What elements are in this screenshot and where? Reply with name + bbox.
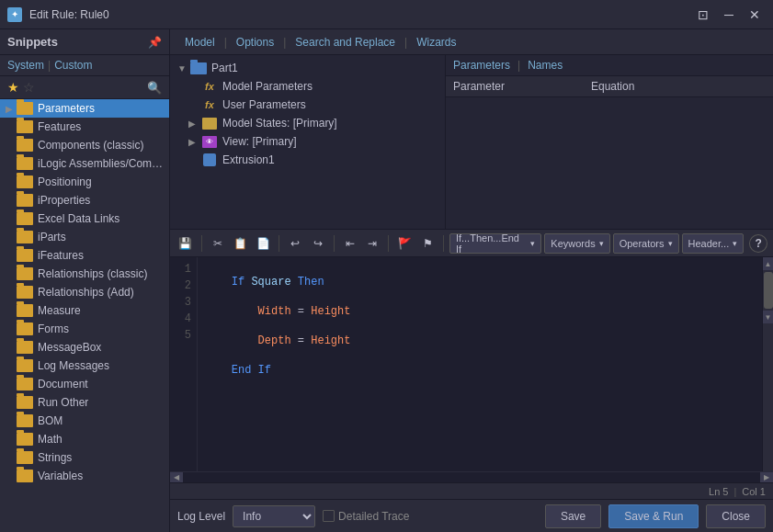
params-panel: Parameters | Names Parameter Equation	[446, 55, 773, 229]
sidebar-item-label: Forms	[38, 323, 69, 335]
star-filled-icon[interactable]: ★	[7, 80, 19, 95]
sidebar-item-label: Measure	[38, 304, 81, 317]
sidebar-item-iproperties[interactable]: iProperties	[0, 191, 169, 209]
scroll-up-button[interactable]: ▲	[763, 257, 774, 270]
tree-item-extrusion[interactable]: Extrusion1	[170, 151, 445, 169]
flag1-button[interactable]: 🚩	[394, 233, 415, 254]
restore-button[interactable]: ⊡	[692, 6, 714, 24]
header-dropdown[interactable]: Header... ▾	[682, 233, 745, 254]
sidebar-item-bom[interactable]: BOM	[0, 412, 169, 430]
sidebar-item-label: Features	[38, 120, 81, 133]
undo-button[interactable]: ↩	[285, 233, 305, 254]
code-line-5	[205, 391, 755, 408]
sidebar-item-label: Run Other	[38, 396, 88, 409]
tree-item-model-states[interactable]: ▶ Model States: [Primary]	[170, 114, 445, 132]
sidebar-item-run-other[interactable]: Run Other	[0, 393, 169, 412]
close-button[interactable]: Close	[706, 504, 766, 528]
star-empty-icon[interactable]: ☆	[23, 80, 35, 95]
tab-wizards[interactable]: Wizards	[409, 32, 463, 52]
indent-decrease-button[interactable]: ⇤	[340, 233, 360, 254]
folder-icon	[17, 304, 33, 317]
operators-dropdown[interactable]: Operators ▾	[613, 233, 679, 254]
sidebar-item-log-messages[interactable]: Log Messages	[0, 357, 169, 375]
sidebar-item-document[interactable]: Document	[0, 375, 169, 393]
sidebar-item-variables[interactable]: Variables	[0, 467, 169, 485]
sidebar-item-label: Document	[38, 378, 88, 391]
tree-item-label: User Parameters	[222, 98, 306, 111]
params-tabs: Parameters | Names	[446, 55, 773, 76]
code-line-3: Depth = Height	[205, 333, 755, 349]
sidebar-item-rel-classic[interactable]: Relationships (classic)	[0, 265, 169, 283]
indent-increase-button[interactable]: ⇥	[363, 233, 383, 254]
sidebar-item-excel[interactable]: Excel Data Links	[0, 209, 169, 228]
folder-icon	[17, 249, 33, 262]
close-button[interactable]: ✕	[744, 6, 766, 24]
pin-icon[interactable]: 📌	[148, 36, 162, 49]
sidebar-list: ▶ Parameters Features Components (classi…	[0, 99, 169, 532]
tree-expand-arrow: ▶	[188, 137, 201, 147]
scroll-left-button[interactable]: ◀	[170, 472, 183, 483]
tab-options[interactable]: Options	[229, 32, 281, 52]
tree-item-view[interactable]: ▶ 👁 View: [Primary]	[170, 132, 445, 151]
folder-icon	[17, 175, 33, 188]
sidebar-item-math[interactable]: Math	[0, 430, 169, 448]
sidebar-item-label: Math	[38, 433, 63, 446]
tree-item-model-params[interactable]: fx Model Parameters	[170, 77, 445, 96]
sidebar-item-ilogic[interactable]: iLogic Assemblies/Comp...	[0, 154, 169, 173]
tree-expand-arrow: ▼	[177, 63, 190, 74]
sidebar-item-components[interactable]: Components (classic)	[0, 136, 169, 154]
sidebar-item-parameters[interactable]: ▶ Parameters	[0, 99, 169, 118]
minimize-button[interactable]: ─	[718, 6, 740, 24]
tree-item-user-params[interactable]: fx User Parameters	[170, 96, 445, 114]
sidebar-item-positioning[interactable]: Positioning	[0, 173, 169, 191]
log-level-select[interactable]: Info Debug Warning Error	[233, 505, 315, 527]
sidebar-toolbar: ★ ☆ 🔍	[0, 76, 169, 99]
folder-icon	[17, 120, 33, 133]
help-button[interactable]: ?	[749, 234, 767, 253]
scrollbar-thumb[interactable]	[764, 272, 773, 309]
sidebar-item-features[interactable]: Features	[0, 118, 169, 136]
tab-search-replace[interactable]: Search and Replace	[288, 32, 403, 52]
sidebar-item-iparts[interactable]: iParts	[0, 228, 169, 246]
expand-arrow: ▶	[6, 104, 17, 114]
params-tab-parameters[interactable]: Parameters	[453, 59, 510, 72]
code-textarea[interactable]: If Square Then Width = Height Depth = He…	[198, 257, 762, 471]
line-number: 1	[170, 261, 197, 277]
line-numbers: 1 2 3 4 5	[170, 257, 198, 471]
title-bar: ✦ Edit Rule: Rule0 ⊡ ─ ✕	[0, 0, 773, 29]
sidebar-item-measure[interactable]: Measure	[0, 301, 169, 320]
save-run-button[interactable]: Save & Run	[608, 504, 699, 528]
detailed-trace-checkbox[interactable]	[323, 510, 335, 522]
if-then-dropdown[interactable]: If...Then...End If ▾	[449, 233, 541, 254]
sidebar-header: Snippets 📌	[0, 29, 169, 55]
keywords-dropdown[interactable]: Keywords ▾	[544, 233, 609, 254]
scroll-down-button[interactable]: ▼	[763, 311, 774, 323]
sidebar-item-rel-add[interactable]: Relationships (Add)	[0, 283, 169, 301]
folder-icon	[17, 396, 33, 409]
fx-icon: fx	[201, 98, 218, 111]
h-scroll-track[interactable]	[183, 472, 760, 483]
code-line-4: End If	[205, 362, 755, 379]
scroll-right-button[interactable]: ▶	[760, 472, 773, 483]
tree-item-part1[interactable]: ▼ Part1	[170, 59, 445, 77]
app-icon: ✦	[7, 7, 22, 22]
sidebar-item-forms[interactable]: Forms	[0, 320, 169, 338]
tab-model[interactable]: Model	[177, 32, 222, 52]
chevron-down-icon: ▾	[599, 239, 604, 248]
paste-button[interactable]: 📄	[253, 233, 273, 254]
sidebar-tab-custom[interactable]: Custom	[54, 59, 92, 72]
editor-toolbar: 💾 ✂ 📋 📄 ↩ ↪ ⇤ ⇥ 🚩 ⚑ If...Then...End If ▾	[170, 230, 773, 257]
redo-button[interactable]: ↪	[308, 233, 328, 254]
sidebar-item-messagebox[interactable]: MessageBox	[0, 338, 169, 357]
cut-button[interactable]: ✂	[208, 233, 228, 254]
sidebar-item-strings[interactable]: Strings	[0, 448, 169, 467]
sidebar-item-ifeatures[interactable]: iFeatures	[0, 246, 169, 265]
params-tab-names[interactable]: Names	[528, 59, 563, 72]
save-button[interactable]: Save	[545, 504, 601, 528]
search-icon[interactable]: 🔍	[147, 81, 162, 95]
copy-button[interactable]: 📋	[231, 233, 251, 254]
folder-icon	[17, 341, 33, 354]
flag2-button[interactable]: ⚑	[417, 233, 438, 254]
save-toolbar-button[interactable]: 💾	[176, 233, 196, 254]
sidebar-tab-system[interactable]: System	[7, 59, 44, 72]
